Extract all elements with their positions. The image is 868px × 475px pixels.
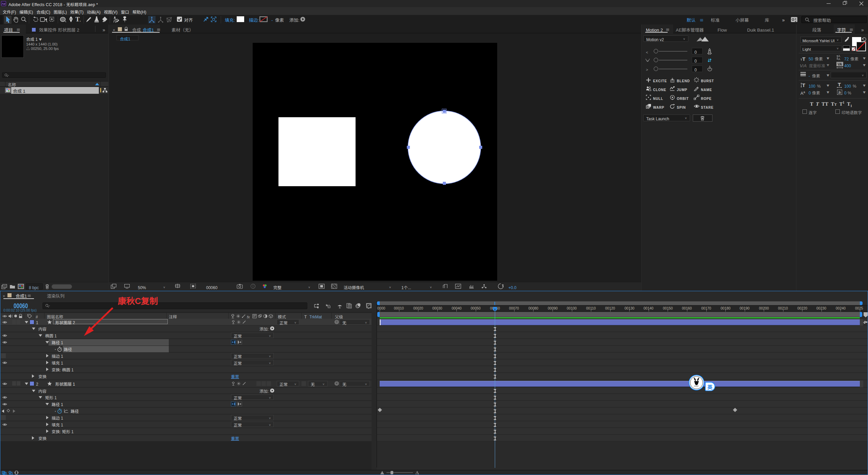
svg-text:A: A [838, 57, 840, 61]
svg-text:T: T [838, 82, 841, 87]
svg-text:T: T [802, 82, 805, 88]
